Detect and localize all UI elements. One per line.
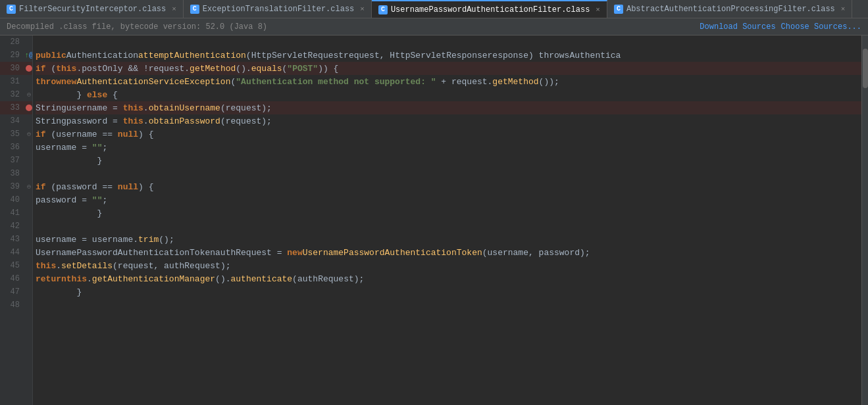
gutter-row-39: 39⊖ [0, 180, 32, 193]
gutter-row-29: 29↑@ [0, 49, 32, 62]
tab-bar: CFilterSecurityInterceptor.class×CExcept… [0, 0, 868, 18]
tab-icon-tab4: C [614, 5, 623, 14]
tab-label-tab2: ExceptionTranslationFilter.class [203, 5, 354, 14]
gutter-row-33: 33 [0, 101, 32, 114]
code-line-42 [36, 220, 861, 233]
line-number-37: 37 [0, 156, 25, 165]
line-number-48: 48 [0, 300, 25, 310]
gutter-row-41: 41 [0, 206, 32, 220]
code-line-29: public Authentication attemptAuthenticat… [36, 49, 861, 62]
gutter-row-38: 38 [0, 167, 32, 180]
gutter-row-40: 40 [0, 193, 32, 206]
tab-close-tab3[interactable]: × [596, 6, 600, 14]
code-line-33: String username = this.obtainUsername(re… [36, 101, 861, 114]
code-area: 2829↑@303132⊖333435⊖36373839⊖40414243444… [0, 36, 868, 405]
gutter-icons-29: ↑@ [25, 51, 33, 59]
code-line-39: if (password == null) { [36, 180, 861, 193]
gutter-row-37: 37 [0, 154, 32, 167]
up-arrow-icon: ↑ [24, 51, 29, 59]
line-number-33: 33 [0, 103, 25, 112]
gutter-row-35: 35⊖ [0, 128, 32, 141]
line-number-29: 29 [0, 51, 25, 60]
line-number-38: 38 [0, 169, 25, 178]
line-number-42: 42 [0, 222, 25, 231]
code-line-43: username = username.trim(); [36, 233, 861, 246]
tab-label-tab1: FilterSecurityInterceptor.class [19, 5, 166, 14]
code-line-34: String password = this.obtainPassword(re… [36, 114, 861, 128]
code-line-35: if (username == null) { [36, 128, 861, 141]
gutter-row-31: 31 [0, 75, 32, 88]
gutter-row-45: 45 [0, 259, 32, 272]
fold-icon[interactable]: ⊖ [27, 130, 31, 138]
line-number-40: 40 [0, 195, 25, 204]
code-line-48 [36, 298, 861, 312]
line-number-46: 46 [0, 274, 25, 283]
code-line-37: } [36, 154, 861, 167]
tab-tab4[interactable]: CAbstractAuthenticationProcessingFilter.… [607, 0, 852, 18]
gutter-row-46: 46 [0, 272, 32, 285]
scrollbar[interactable] [861, 36, 868, 405]
line-number-32: 32 [0, 90, 25, 99]
code-line-38 [36, 167, 861, 180]
code-line-28 [36, 36, 861, 49]
scrollbar-thumb[interactable] [863, 49, 868, 88]
code-line-41: } [36, 206, 861, 220]
gutter-row-44: 44 [0, 246, 32, 259]
line-number-43: 43 [0, 235, 25, 244]
code-line-47: } [36, 285, 861, 298]
gutter-row-32: 32⊖ [0, 88, 32, 101]
gutter-icons-32: ⊖ [25, 91, 33, 99]
line-number-gutter: 2829↑@303132⊖333435⊖36373839⊖40414243444… [0, 36, 33, 405]
tab-close-tab2[interactable]: × [360, 5, 365, 13]
line-number-30: 30 [0, 64, 25, 73]
code-content[interactable]: public Authentication attemptAuthenticat… [33, 36, 861, 405]
line-number-41: 41 [0, 208, 25, 218]
line-number-34: 34 [0, 116, 25, 126]
line-number-31: 31 [0, 77, 25, 86]
gutter-row-28: 28 [0, 36, 32, 49]
code-line-36: username = ""; [36, 141, 861, 154]
code-line-45: this.setDetails(request, authRequest); [36, 259, 861, 272]
source-links: Download Sources Choose Sources... [700, 22, 861, 32]
code-line-46: return this.getAuthenticationManager().a… [36, 272, 861, 285]
tab-tab3[interactable]: CUsernamePasswordAuthenticationFilter.cl… [372, 0, 607, 18]
decompiled-message: Decompiled .class file, bytecode version… [7, 22, 267, 32]
gutter-row-43: 43 [0, 233, 32, 246]
gutter-row-42: 42 [0, 220, 32, 233]
breakpoint-icon[interactable] [26, 105, 32, 111]
tab-icon-tab2: C [190, 5, 199, 14]
line-number-36: 36 [0, 143, 25, 152]
fold-icon[interactable]: ⊖ [27, 183, 31, 191]
code-line-30: if (this.postOnly && !request.getMethod(… [36, 62, 861, 75]
breakpoint-icon[interactable] [26, 65, 32, 72]
fold-icon[interactable]: ⊖ [27, 91, 31, 99]
tab-close-tab1[interactable]: × [172, 5, 176, 13]
code-line-40: password = ""; [36, 193, 861, 206]
code-line-31: throw new AuthenticationServiceException… [36, 75, 861, 88]
tab-label-tab4: AbstractAuthenticationProcessingFilter.c… [626, 5, 835, 14]
gutter-row-36: 36 [0, 141, 32, 154]
line-number-44: 44 [0, 248, 25, 257]
tab-close-tab4[interactable]: × [841, 5, 846, 13]
gutter-icons-39: ⊖ [25, 183, 33, 191]
gutter-icons-33 [25, 105, 33, 111]
gutter-row-34: 34 [0, 114, 32, 128]
download-sources-link[interactable]: Download Sources [700, 22, 775, 32]
gutter-row-48: 48 [0, 298, 32, 312]
gutter-icons-35: ⊖ [25, 130, 33, 138]
line-number-28: 28 [0, 37, 25, 47]
line-number-45: 45 [0, 261, 25, 270]
tab-label-tab3: UsernamePasswordAuthenticationFilter.cla… [391, 5, 590, 14]
tab-icon-tab3: C [378, 5, 388, 14]
tab-tab1[interactable]: CFilterSecurityInterceptor.class× [0, 0, 184, 18]
gutter-row-30: 30 [0, 62, 32, 75]
gutter-row-47: 47 [0, 285, 32, 298]
code-line-44: UsernamePasswordAuthenticationToken auth… [36, 246, 861, 259]
tab-tab2[interactable]: CExceptionTranslationFilter.class× [184, 0, 372, 18]
line-number-47: 47 [0, 287, 25, 297]
line-number-35: 35 [0, 130, 25, 139]
choose-sources-link[interactable]: Choose Sources... [781, 22, 861, 32]
line-number-39: 39 [0, 182, 25, 191]
tab-icon-tab1: C [7, 5, 16, 14]
info-bar: Decompiled .class file, bytecode version… [0, 18, 868, 36]
